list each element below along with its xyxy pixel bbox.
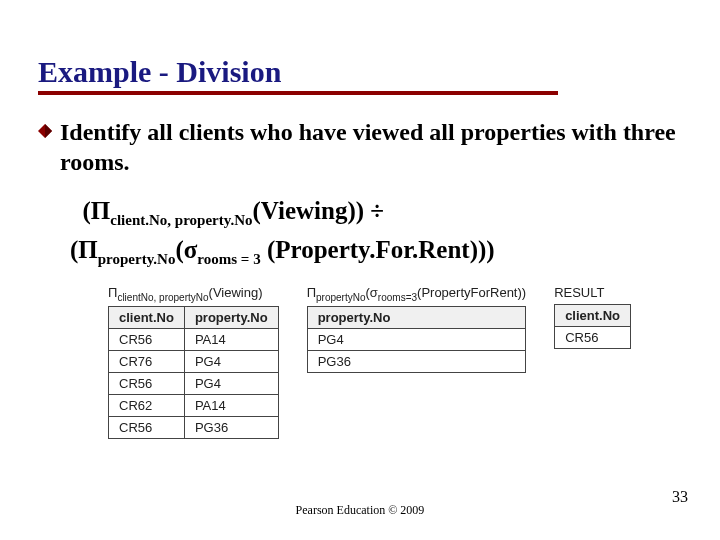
cell: PG4 [307, 329, 526, 351]
cell: CR56 [109, 329, 185, 351]
property-table: property.No PG4 PG36 [307, 306, 527, 373]
col-header: property.No [307, 307, 526, 329]
tables-container: ΠclientNo, propertyNo(Viewing) client.No… [108, 285, 682, 440]
cell: CR56 [555, 326, 631, 348]
caption-arg-2: (PropertyForRent)) [417, 285, 526, 300]
expr-arg-1: (Viewing)) [253, 197, 371, 224]
result-table: client.No CR56 [554, 304, 631, 349]
table-row: PG36 [307, 351, 526, 373]
cell: CR76 [109, 351, 185, 373]
table-row: CR56PG36 [109, 417, 279, 439]
cell: PG36 [184, 417, 278, 439]
caption-arg-1: (Viewing) [209, 285, 263, 300]
table-row: PG4 [307, 329, 526, 351]
title-rule [38, 91, 558, 95]
caption-sub-2a: propertyNo [316, 291, 365, 302]
cell: PG4 [184, 351, 278, 373]
footer-copyright: Pearson Education © 2009 [0, 503, 720, 518]
table-row: CR76PG4 [109, 351, 279, 373]
caption-sigma: σ [370, 285, 378, 300]
col-header: property.No [184, 307, 278, 329]
viewing-table: client.No property.No CR56PA14 CR76PG4 C… [108, 306, 279, 439]
property-table-block: ΠpropertyNo(σrooms=3(PropertyForRent)) p… [307, 285, 527, 374]
slide-title: Example - Division [38, 55, 682, 91]
col-header: client.No [109, 307, 185, 329]
bullet-text: Identify all clients who have viewed all… [60, 117, 682, 177]
caption-pi-2: Π [307, 285, 316, 300]
sigma-symbol: σ [184, 236, 198, 263]
table-row: CR56PG4 [109, 373, 279, 395]
col-header: client.No [555, 304, 631, 326]
page-number: 33 [672, 488, 688, 506]
table-row: CR62PA14 [109, 395, 279, 417]
expr-arg-2: (Property.For.Rent))) [261, 236, 495, 263]
division-symbol: ÷ [370, 197, 384, 224]
projection-sub-2: property.No [98, 251, 176, 267]
result-caption: RESULT [554, 285, 631, 300]
cell: PG4 [184, 373, 278, 395]
caption-sub-1: clientNo, propertyNo [117, 291, 208, 302]
table-row: CR56PA14 [109, 329, 279, 351]
selection-sub: rooms = 3 [197, 251, 260, 267]
caption-pi-1: Π [108, 285, 117, 300]
viewing-table-block: ΠclientNo, propertyNo(Viewing) client.No… [108, 285, 279, 440]
cell: PA14 [184, 329, 278, 351]
relational-expression: (Πclient.No, property.No(Viewing)) ÷ (Πp… [70, 193, 682, 271]
cell: CR56 [109, 417, 185, 439]
result-table-block: RESULT client.No CR56 [554, 285, 631, 349]
viewing-caption: ΠclientNo, propertyNo(Viewing) [108, 285, 279, 303]
property-caption: ΠpropertyNo(σrooms=3(PropertyForRent)) [307, 285, 527, 303]
cell: CR56 [109, 373, 185, 395]
diamond-bullet-icon [38, 124, 52, 138]
pi-symbol: Π [91, 197, 110, 224]
cell: CR62 [109, 395, 185, 417]
projection-sub-1: client.No, property.No [110, 212, 252, 228]
caption-sub-2b: rooms=3 [378, 291, 417, 302]
cell: PA14 [184, 395, 278, 417]
bullet-item: Identify all clients who have viewed all… [38, 117, 682, 177]
svg-marker-1 [45, 124, 52, 138]
pi-symbol-2: Π [78, 236, 97, 263]
cell: PG36 [307, 351, 526, 373]
table-row: CR56 [555, 326, 631, 348]
